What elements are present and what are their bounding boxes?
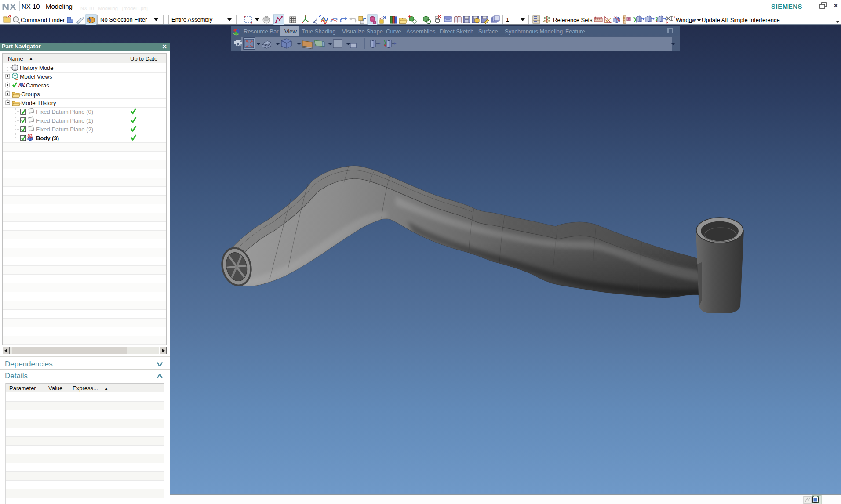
svg-text:Fixed Datum Plane (2): Fixed Datum Plane (2) [36,126,93,133]
svg-text:1: 1 [506,16,509,23]
svg-text:Direct Sketch: Direct Sketch [440,28,473,35]
svg-text:Simple Interference: Simple Interference [730,17,780,23]
svg-text:Command Finder: Command Finder [21,17,65,23]
svg-text:History Mode: History Mode [20,65,54,71]
svg-text:Assemblies: Assemblies [406,28,436,35]
svg-text:Curve: Curve [386,28,401,35]
svg-text:Feature: Feature [565,28,585,35]
svg-text:Fixed Datum Plane (0): Fixed Datum Plane (0) [36,109,93,115]
svg-text:Reference Sets: Reference Sets [553,17,593,23]
svg-text:Window: Window [676,17,696,23]
svg-text:Fixed Datum Plane (1): Fixed Datum Plane (1) [36,117,93,124]
svg-text:Model Views: Model Views [20,73,52,80]
svg-text:x: x [674,15,675,19]
svg-text:Update All: Update All [702,17,728,23]
svg-text:Visualize Shape: Visualize Shape [342,28,383,35]
svg-text:Cameras: Cameras [26,82,49,89]
svg-text:Model History: Model History [21,100,56,106]
svg-text:True Shading: True Shading [302,28,336,35]
svg-text:Resource Bar: Resource Bar [244,28,279,35]
svg-text:No Selection Filter: No Selection Filter [100,16,147,23]
svg-text:View: View [284,28,297,35]
svg-text:Groups: Groups [21,91,40,98]
svg-text:Body (3): Body (3) [36,135,59,141]
svg-text:Synchronous Modeling: Synchronous Modeling [505,28,563,35]
svg-text:Entire Assembly: Entire Assembly [171,16,213,23]
svg-text:Surface: Surface [478,28,498,35]
